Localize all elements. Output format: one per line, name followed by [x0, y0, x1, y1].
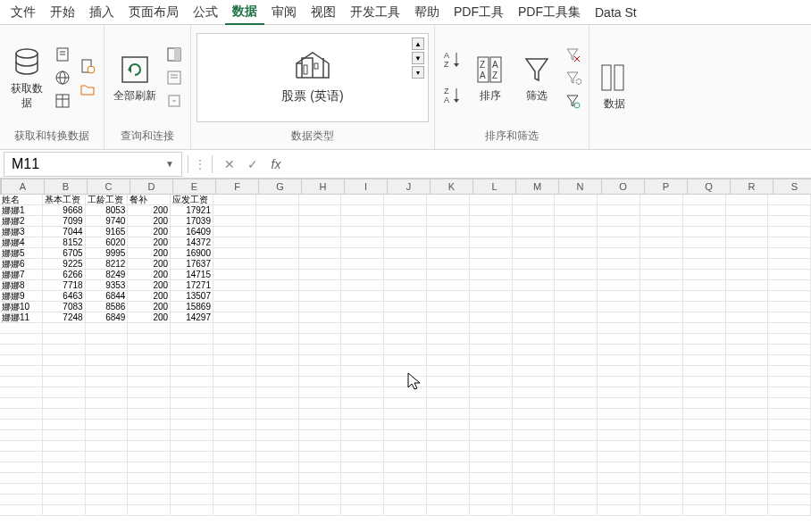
cell[interactable]: [341, 323, 384, 334]
cell[interactable]: [513, 377, 556, 387]
cell[interactable]: [683, 409, 726, 420]
cell[interactable]: 17039: [171, 216, 213, 227]
cell[interactable]: [470, 334, 513, 345]
cell[interactable]: [384, 377, 427, 387]
cell[interactable]: [128, 387, 171, 398]
cell[interactable]: [256, 291, 299, 302]
cell[interactable]: [128, 452, 171, 462]
cell[interactable]: [213, 377, 256, 387]
cell[interactable]: [171, 398, 213, 409]
cell[interactable]: 7099: [43, 216, 86, 227]
cell[interactable]: 8249: [86, 270, 129, 280]
cell[interactable]: [86, 366, 129, 377]
cell[interactable]: [513, 409, 556, 420]
cell[interactable]: 娜娜3: [0, 227, 43, 237]
cell[interactable]: [768, 387, 811, 398]
cell[interactable]: [171, 355, 213, 366]
from-web-button[interactable]: [52, 67, 73, 88]
cell[interactable]: [513, 398, 556, 409]
cell[interactable]: [683, 366, 726, 377]
cell[interactable]: [341, 312, 384, 323]
cell[interactable]: [427, 420, 470, 430]
cell[interactable]: [768, 355, 811, 366]
cell[interactable]: [171, 430, 213, 441]
cell[interactable]: [640, 366, 683, 377]
cell[interactable]: [768, 484, 811, 495]
cell[interactable]: [341, 473, 384, 484]
cell[interactable]: [213, 216, 256, 227]
cell[interactable]: [0, 398, 43, 409]
cell[interactable]: [128, 323, 171, 334]
tab-pdf-toolset[interactable]: PDF工具集: [511, 1, 588, 24]
cell[interactable]: [427, 302, 470, 312]
cell[interactable]: [640, 302, 683, 312]
sort-asc-button[interactable]: AZ: [440, 47, 465, 72]
cell[interactable]: [299, 195, 342, 205]
cell[interactable]: [427, 216, 470, 227]
cell[interactable]: [555, 387, 598, 398]
cell[interactable]: [470, 355, 513, 366]
cell[interactable]: [598, 334, 640, 345]
cell[interactable]: [683, 473, 726, 484]
cell[interactable]: 200: [128, 248, 171, 259]
tab-file[interactable]: 文件: [4, 1, 43, 24]
cell[interactable]: [171, 505, 213, 516]
cell[interactable]: [86, 323, 129, 334]
cell[interactable]: [726, 227, 769, 237]
cell[interactable]: 17921: [171, 205, 213, 216]
tab-help[interactable]: 帮助: [407, 1, 447, 24]
cell[interactable]: 6020: [86, 237, 129, 248]
cell[interactable]: [427, 259, 470, 270]
cell[interactable]: [683, 237, 726, 248]
column-header-K[interactable]: K: [431, 179, 473, 195]
cell[interactable]: [683, 355, 726, 366]
cell[interactable]: [640, 195, 683, 205]
cell[interactable]: [86, 398, 129, 409]
cell[interactable]: 17271: [171, 280, 213, 291]
cell[interactable]: [726, 345, 769, 355]
cell[interactable]: [726, 312, 769, 323]
from-table-button[interactable]: [52, 90, 73, 112]
cell[interactable]: [171, 377, 213, 387]
cell[interactable]: [299, 205, 342, 216]
gallery-up-button[interactable]: ▲: [412, 37, 424, 50]
sort-desc-button[interactable]: ZA: [440, 83, 465, 108]
cell[interactable]: [598, 227, 640, 237]
cell[interactable]: [384, 409, 427, 420]
cell[interactable]: [299, 334, 342, 345]
cell[interactable]: [299, 452, 342, 462]
cell[interactable]: [598, 280, 640, 291]
cell[interactable]: [470, 237, 513, 248]
cell[interactable]: [86, 420, 129, 430]
cell[interactable]: [0, 355, 43, 366]
cell[interactable]: [256, 355, 299, 366]
cell[interactable]: [640, 377, 683, 387]
cancel-formula-button[interactable]: ✕: [220, 154, 239, 174]
cell[interactable]: 14297: [171, 312, 213, 323]
cell[interactable]: [513, 270, 556, 280]
cell[interactable]: [555, 237, 598, 248]
cell[interactable]: [555, 345, 598, 355]
cell[interactable]: [256, 473, 299, 484]
edit-links-button[interactable]: [163, 90, 185, 112]
refresh-all-button[interactable]: 全部刷新: [110, 50, 160, 105]
cell[interactable]: [640, 430, 683, 441]
cell[interactable]: [43, 345, 86, 355]
cell[interactable]: [598, 270, 640, 280]
cell[interactable]: [341, 345, 384, 355]
cell[interactable]: [299, 270, 342, 280]
cell[interactable]: [341, 462, 384, 473]
cell[interactable]: [598, 473, 640, 484]
cell[interactable]: [43, 334, 86, 345]
formula-input[interactable]: [291, 154, 811, 175]
tab-formulas[interactable]: 公式: [186, 1, 225, 24]
cell[interactable]: [384, 205, 427, 216]
cell[interactable]: [427, 334, 470, 345]
cell[interactable]: [768, 462, 811, 473]
cell[interactable]: 应发工资: [171, 195, 213, 205]
column-header-L[interactable]: L: [473, 179, 516, 195]
cell[interactable]: [726, 205, 769, 216]
cell[interactable]: [213, 280, 256, 291]
cell[interactable]: [213, 387, 256, 398]
cell[interactable]: [299, 505, 342, 516]
